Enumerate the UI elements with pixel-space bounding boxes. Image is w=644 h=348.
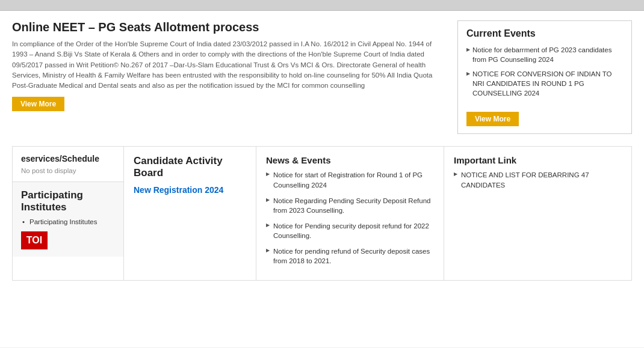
page-wrapper: Online NEET – PG Seats Allotment process…	[0, 11, 644, 347]
current-events-view-more-button[interactable]: View More	[466, 112, 519, 126]
participating-box: Participating Institutes Participating I…	[13, 182, 123, 257]
top-bar	[0, 0, 644, 11]
participating-title: Participating Institutes	[21, 189, 115, 213]
eservices-col: eservices/Schedule No post to display Pa…	[13, 147, 124, 280]
intro-body: In compliance of the Order of the Hon'bl…	[12, 39, 442, 91]
list-item[interactable]: Notice for Pending security deposit refu…	[266, 221, 434, 240]
candidate-board-title: Candidate Activity Board	[134, 155, 246, 179]
news-events-list: Notice for start of Registration for Rou…	[266, 170, 434, 266]
list-item[interactable]: Notice for debarrment of PG 2023 candida…	[466, 45, 623, 64]
eservices-top: eservices/Schedule No post to display	[13, 147, 123, 182]
list-item[interactable]: Participating Institutes	[22, 218, 115, 225]
news-col: News & Events Notice for start of Regist…	[256, 147, 444, 280]
intro-view-more-button[interactable]: View More	[12, 97, 64, 111]
eservices-no-post: No post to display	[21, 167, 115, 174]
top-section: Online NEET – PG Seats Allotment process…	[12, 20, 632, 134]
list-item[interactable]: NOTICE FOR CONVERSION OF INDIAN TO NRI C…	[466, 69, 623, 98]
toi-badge: TOI	[21, 231, 48, 249]
page-title: Online NEET – PG Seats Allotment process	[12, 20, 442, 34]
important-link-list: NOTICE AND LIST FOR DEBARRING 47 CANDIDA…	[454, 170, 622, 189]
eservices-title: eservices/Schedule	[21, 154, 115, 163]
current-events-title: Current Events	[466, 28, 623, 39]
list-item[interactable]: Notice Regarding Pending Security Deposi…	[266, 196, 434, 215]
main-intro: Online NEET – PG Seats Allotment process…	[12, 20, 448, 134]
new-registration-link[interactable]: New Registration 2024	[134, 185, 223, 195]
important-link-title: Important Link	[454, 155, 622, 165]
news-events-title: News & Events	[266, 155, 434, 165]
candidate-col: Candidate Activity Board New Registratio…	[124, 147, 256, 280]
participating-list: Participating Institutes	[21, 218, 115, 225]
bottom-grid: eservices/Schedule No post to display Pa…	[12, 146, 632, 281]
list-item[interactable]: NOTICE AND LIST FOR DEBARRING 47 CANDIDA…	[454, 170, 622, 189]
list-item[interactable]: Notice for pending refund of Security de…	[266, 246, 434, 266]
current-events-box: Current Events Notice for debarrment of …	[457, 20, 632, 134]
current-events-list: Notice for debarrment of PG 2023 candida…	[466, 45, 623, 98]
list-item[interactable]: Notice for start of Registration for Rou…	[266, 170, 434, 189]
important-link-col: Important Link NOTICE AND LIST FOR DEBAR…	[444, 147, 631, 280]
